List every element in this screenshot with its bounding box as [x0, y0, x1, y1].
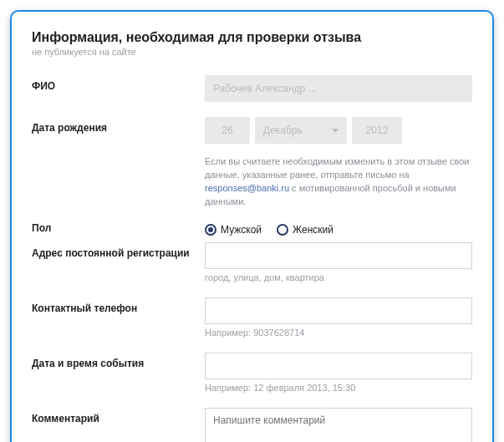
comment-textarea[interactable] — [205, 408, 472, 442]
dob-label: Дата рождения — [32, 117, 205, 134]
row-comment: Комментарий — [32, 408, 472, 442]
comment-label: Комментарий — [32, 408, 205, 424]
phone-hint: Например: 9037628714 — [205, 328, 472, 338]
gender-female-radio[interactable]: Женский — [277, 224, 333, 236]
row-dob: Дата рождения 26 Декабрь 2012 Если вы сч… — [32, 117, 472, 214]
fio-label: ФИО — [32, 75, 205, 92]
address-hint: город, улица, дом, квартира — [205, 272, 472, 282]
panel-title: Информация, необходимая для проверки отз… — [32, 30, 472, 45]
fio-field: Рабочев Александр ... — [205, 75, 472, 102]
notice-text-1: Если вы считаете необходимым изменить в … — [205, 156, 470, 180]
row-fio: ФИО Рабочев Александр ... — [32, 75, 472, 102]
chevron-down-icon — [332, 129, 339, 133]
responses-email-link[interactable]: responses@banki.ru — [205, 183, 289, 193]
gender-label: Пол — [32, 222, 205, 234]
datetime-label: Дата и время события — [32, 353, 205, 369]
radio-icon — [205, 224, 216, 236]
dob-month-value: Декабрь — [263, 124, 303, 136]
gender-female-label: Женский — [293, 224, 333, 236]
address-input[interactable] — [205, 242, 472, 269]
panel-subtitle: не публикуется на сайте — [32, 47, 472, 57]
change-data-notice: Если вы считаете необходимым изменить в … — [205, 155, 472, 209]
dob-month: Декабрь — [255, 117, 347, 144]
phone-label: Контактный телефон — [32, 297, 205, 314]
dob-year: 2012 — [352, 117, 402, 144]
row-address: Адрес постоянной регистрации город, улиц… — [32, 242, 472, 282]
dob-group: 26 Декабрь 2012 — [205, 117, 472, 144]
row-datetime: Дата и время события Например: 12 феврал… — [32, 353, 472, 393]
address-label: Адрес постоянной регистрации — [32, 242, 205, 259]
gender-group: Мужской Женский — [205, 222, 472, 236]
gender-male-radio[interactable]: Мужской — [205, 224, 262, 236]
row-phone: Контактный телефон Например: 9037628714 — [32, 297, 472, 338]
datetime-input[interactable] — [205, 353, 472, 379]
radio-icon — [277, 224, 288, 236]
review-verification-panel: Информация, необходимая для проверки отз… — [10, 10, 494, 442]
gender-male-label: Мужской — [221, 224, 262, 236]
datetime-hint: Например: 12 февраля 2013, 15:30 — [205, 383, 472, 393]
row-gender: Пол Мужской Женский — [32, 222, 472, 236]
phone-input[interactable] — [205, 297, 472, 324]
dob-day: 26 — [205, 117, 250, 144]
